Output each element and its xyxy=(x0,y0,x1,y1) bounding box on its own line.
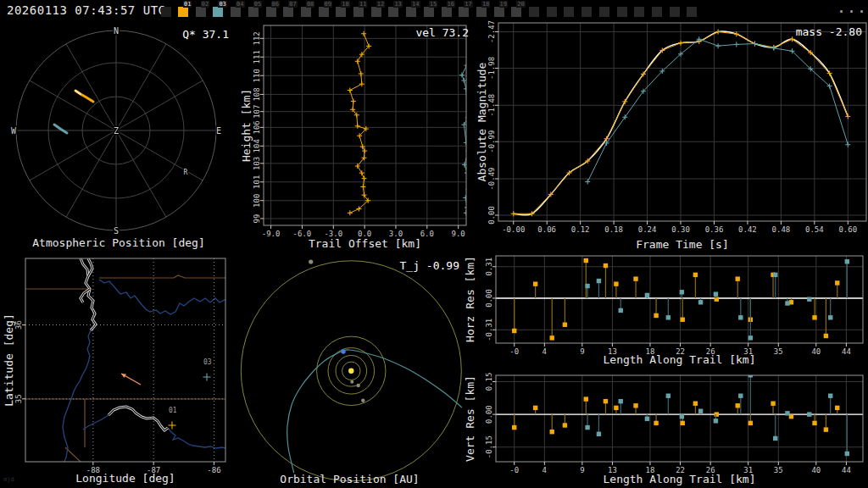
zenith-label: Z xyxy=(114,126,119,136)
series-station-03 xyxy=(585,36,850,184)
stem-marker xyxy=(563,423,567,427)
camera-status-square xyxy=(266,7,276,17)
camera-id-label: 14 xyxy=(411,1,420,8)
camera-status-square xyxy=(476,7,487,17)
camera-cell-03[interactable]: 03 xyxy=(213,0,231,20)
camera-status-square xyxy=(231,7,241,17)
camera-status-square xyxy=(301,7,311,17)
camera-id-label: 20 xyxy=(516,1,525,8)
trail-ylabel: Height [km] xyxy=(240,89,253,162)
axis-ticks: -0.000.060.120.180.240.300.360.420.480.5… xyxy=(487,20,857,234)
state-border xyxy=(99,275,226,278)
tick-label: -1.48 xyxy=(487,94,496,117)
tick-label: 111 xyxy=(253,50,261,64)
camera-cell-15[interactable]: 15 xyxy=(424,0,442,20)
tick-label: 0.54 xyxy=(805,225,824,234)
camera-cell-empty xyxy=(599,0,617,20)
stem-marker xyxy=(845,259,849,263)
camera-cell-empty xyxy=(634,0,652,20)
camera-status-square xyxy=(388,7,398,17)
cardinal-south: S xyxy=(114,226,119,236)
camera-cell-12[interactable]: 12 xyxy=(371,0,389,20)
stem-marker xyxy=(693,402,698,406)
camera-cell-06[interactable]: 06 xyxy=(266,0,284,20)
major-river xyxy=(108,407,168,430)
camera-id-label: 02 xyxy=(201,1,209,8)
stem-marker xyxy=(666,315,670,319)
stem-marker xyxy=(771,402,775,406)
river xyxy=(99,280,226,314)
camera-id-label: 03 xyxy=(218,1,226,8)
stem-marker xyxy=(824,334,828,338)
camera-cell-empty xyxy=(617,0,635,20)
camera-status-square xyxy=(581,7,592,17)
station-marker-01: 01 xyxy=(169,407,177,430)
stem-marker xyxy=(681,318,685,322)
plot-frame xyxy=(496,375,863,462)
stem-marker xyxy=(512,425,516,430)
camera-status-square xyxy=(670,7,680,17)
camera-cell-18[interactable]: 18 xyxy=(476,0,494,20)
stem-marker xyxy=(835,406,839,410)
camera-cell-01[interactable]: 01 xyxy=(178,0,196,20)
camera-cell-17[interactable]: 17 xyxy=(459,0,476,20)
planet-venus xyxy=(357,384,360,387)
stem-marker xyxy=(666,394,670,398)
stem-marker xyxy=(835,280,839,285)
stem-marker xyxy=(748,421,753,425)
camera-cell-20[interactable]: 20 xyxy=(511,0,529,20)
camera-cell-07[interactable]: 07 xyxy=(283,0,301,20)
camera-cell-09[interactable]: 09 xyxy=(319,0,337,20)
camera-cell-08[interactable]: 08 xyxy=(301,0,319,20)
camera-id-label: 19 xyxy=(499,1,508,8)
camera-status-square xyxy=(547,7,557,17)
tick-label: 01 xyxy=(169,407,177,414)
overflow-menu-icon[interactable]: ... xyxy=(837,1,868,16)
camera-cell-05[interactable]: 05 xyxy=(248,0,266,20)
tick-label: -0.49 xyxy=(487,167,496,190)
camera-id-label: 01 xyxy=(183,1,192,8)
tick-label: 0.06 xyxy=(537,225,556,234)
tick-label: 36 xyxy=(14,320,23,330)
stem-marker xyxy=(614,281,618,286)
stem-marker xyxy=(773,273,777,277)
stem-marker xyxy=(714,291,718,296)
series-station-01 xyxy=(348,31,371,216)
major-river-center xyxy=(108,407,168,430)
camera-status-square xyxy=(634,7,644,17)
stem-marker xyxy=(824,427,828,431)
tick-label: 101 xyxy=(253,175,261,189)
stem-marker xyxy=(698,409,703,413)
tick-label: 0.24 xyxy=(638,225,657,234)
camera-cell-11[interactable]: 11 xyxy=(353,0,371,20)
tick-label: 0.31 xyxy=(485,258,493,276)
stem-marker xyxy=(533,406,537,410)
stem-marker xyxy=(584,396,588,401)
planet-jupiter xyxy=(309,259,313,263)
stem-marker xyxy=(748,336,753,340)
stem-marker xyxy=(785,301,789,305)
camera-id-label: 04 xyxy=(236,1,244,8)
stem-marker xyxy=(633,403,637,408)
panel-light-curve: -0.000.060.120.180.240.300.360.420.480.5… xyxy=(475,20,868,250)
camera-id-label: 11 xyxy=(359,1,367,8)
camera-cell-10[interactable]: 10 xyxy=(336,0,353,20)
stem-marker xyxy=(785,411,789,415)
camera-cell-19[interactable]: 19 xyxy=(494,0,512,20)
camera-cell-14[interactable]: 14 xyxy=(406,0,424,20)
stem-marker xyxy=(619,399,623,403)
stem-marker xyxy=(715,412,719,416)
camera-id-label: 10 xyxy=(341,1,349,8)
camera-status-square xyxy=(353,7,364,17)
camera-cell-13[interactable]: 13 xyxy=(388,0,406,20)
camera-cell-02[interactable]: 02 xyxy=(196,0,214,20)
camera-cell-04[interactable]: 04 xyxy=(231,0,248,20)
camera-id-label: 18 xyxy=(481,1,490,8)
corner-watermark: mjd xyxy=(3,476,14,483)
dashboard-screen: 20260113 07:43:57 UTC 010203040506070809… xyxy=(0,0,868,488)
camera-cell-empty xyxy=(529,0,547,20)
stem-marker xyxy=(645,293,649,297)
panel-vert-residuals: -04913182226313540440.150.00-0.15 Length… xyxy=(462,369,868,488)
tick-label: 112 xyxy=(253,31,261,45)
camera-cell-16[interactable]: 16 xyxy=(442,0,459,20)
